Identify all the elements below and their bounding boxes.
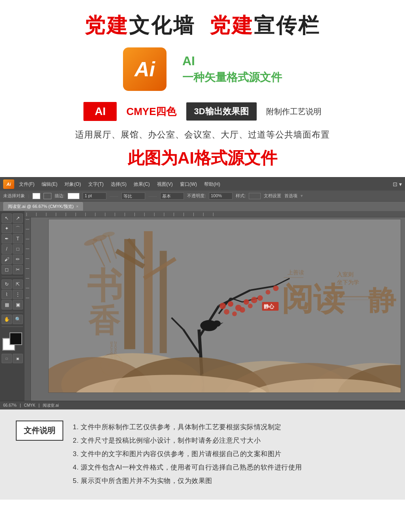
title-black-1: 文化墙 — [129, 14, 195, 37]
ai-description: AI 一种矢量格式源文件 — [182, 54, 282, 85]
menu-edit[interactable]: 编辑(E) — [39, 180, 60, 189]
svg-text:入室则: 入室则 — [337, 272, 354, 277]
note-2: 2. 文件尺寸是投稿比例缩小设计，制作时请务必注意尺寸大小 — [73, 434, 389, 447]
svg-text:静: 静 — [368, 285, 396, 316]
badge-ai: AI — [83, 102, 117, 121]
badge-craft: 附制作工艺说明 — [266, 106, 322, 117]
opacity-value[interactable]: 100% — [209, 192, 233, 200]
stroke-swatch[interactable] — [9, 332, 22, 345]
menu-file[interactable]: 文件(F) — [17, 180, 37, 189]
svg-point-42 — [266, 290, 271, 294]
ai-sublabel: 一种矢量格式源文件 — [182, 71, 282, 83]
ai-tabbar: 阅读室.ai @ 66.67% (CMYK/预览) × — [0, 202, 405, 211]
file-note-badge: 文件说明 — [16, 421, 63, 441]
status-info: 66.67% — [3, 403, 17, 407]
svg-text:静心: 静心 — [264, 304, 274, 309]
status-mode: CMYK — [24, 403, 36, 407]
tool-pen[interactable]: ✒ — [2, 234, 12, 243]
badge-cmye: CMYE四色 — [126, 105, 176, 119]
canvas-area: ↖ ↗ ✦ ⌒ ✒ T / □ 🖌 ✏ ◻ ✂ — [0, 211, 405, 401]
ai-window: Ai 文件(F) 编辑(E) 对象(O) 文字(T) 选择(S) 效果(C) 视… — [0, 177, 405, 409]
status-divider2: | — [38, 403, 40, 407]
title-black-2: 宣传栏 — [254, 14, 320, 37]
menu-text[interactable]: 文字(T) — [86, 180, 106, 189]
menu-effect[interactable]: 效果(C) — [131, 180, 152, 189]
base-label[interactable]: 基本 — [160, 192, 184, 200]
tool-gradient[interactable]: ▣ — [13, 300, 23, 309]
doc-settings[interactable]: 文档设置 — [264, 193, 281, 199]
tool-paintbrush[interactable]: 🖌 — [2, 255, 12, 264]
ai-toolbar: 未选择对象 | 描边: 1 pt —— 等比 —— 基本 不透明度: 100% … — [0, 191, 405, 202]
notes-list: 1. 文件中所标制作工艺仅供参考，具体制作工艺要根据实际情况制定 2. 文件尺寸… — [73, 421, 389, 488]
tool-select[interactable]: ↖ — [2, 213, 12, 223]
ai-info-row: Ai AI 一种矢量格式源文件 — [8, 47, 397, 91]
tab-label: 阅读室.ai @ 66.67% (CMYK/预览) — [8, 204, 74, 209]
svg-text:坐下为学: 坐下为学 — [337, 279, 359, 285]
svg-point-32 — [220, 303, 226, 309]
zoom-label[interactable]: 等比 — [121, 192, 145, 200]
tab-close-icon[interactable]: × — [76, 204, 78, 209]
pt-value[interactable]: 1 pt — [83, 192, 106, 200]
opacity-label: 不透明度: — [187, 193, 206, 199]
status-divider: | — [20, 403, 21, 407]
mode-full[interactable]: ▣ — [13, 354, 23, 363]
menu-window[interactable]: 窗口(W) — [178, 180, 199, 189]
menu-view[interactable]: 视图(V) — [155, 180, 175, 189]
tool-type[interactable]: T — [13, 234, 23, 243]
note-3: 3. 文件中的文字和图片内容仅供参考，图片请根据自己的文案和图片 — [73, 447, 389, 461]
tool-eraser[interactable]: ◻ — [2, 265, 12, 274]
tool-lasso[interactable]: ⌒ — [13, 224, 23, 233]
svg-text:书: 书 — [87, 266, 123, 306]
window-control-icon: ⊡ ▾ — [393, 181, 402, 187]
stroke-label: 描边: — [55, 193, 64, 199]
tool-scale[interactable]: ⇱ — [13, 279, 23, 289]
tool-rotate[interactable]: ↻ — [2, 279, 12, 289]
style-label: 样式: — [236, 193, 246, 199]
menu-select[interactable]: 选择(S) — [108, 180, 129, 189]
svg-point-40 — [248, 304, 253, 308]
svg-text:阅读: 阅读 — [282, 282, 345, 317]
svg-point-39 — [240, 307, 245, 313]
main-title: 党建文化墙 党建宣传栏 — [8, 12, 397, 40]
bottom-section: 文件说明 1. 文件中所标制作工艺仅供参考，具体制作工艺要根据实际情况制定 2.… — [0, 409, 405, 500]
artwork-canvas: 书 香 SHUAXIANG ZHONGGUO 圆 — [48, 219, 401, 393]
status-doc: 阅读室.ai — [43, 403, 59, 408]
svg-point-30 — [213, 321, 221, 327]
status-label: 未选择对象 — [3, 193, 25, 199]
ai-label: AI — [182, 54, 282, 68]
top-section: 党建文化墙 党建宣传栏 Ai AI 一种矢量格式源文件 AI CMYE四色 3D… — [0, 0, 405, 177]
tool-direct-select[interactable]: ↗ — [13, 213, 23, 223]
note-5: 5. 展示页中所含图片并不为实物，仅为效果图 — [73, 474, 389, 488]
tool-warp[interactable]: ⌇ — [2, 290, 12, 299]
svg-text:上善读: 上善读 — [288, 269, 304, 275]
ai-logo-small-text: Ai — [7, 182, 11, 187]
mode-normal[interactable]: □ — [2, 354, 12, 363]
badges-row: AI CMYE四色 3D输出效果图 附制作工艺说明 — [8, 102, 397, 121]
title-red-1: 党建 — [85, 14, 129, 37]
svg-point-43 — [273, 285, 278, 291]
toolbox: ↖ ↗ ✦ ⌒ ✒ T / □ 🖌 ✏ ◻ ✂ — [0, 211, 25, 401]
svg-point-33 — [228, 301, 233, 307]
tool-line[interactable]: / — [2, 244, 12, 254]
menu-help[interactable]: 帮助(H) — [202, 180, 223, 189]
subtitle: 适用展厅、展馆、办公室、会议室、大厅、过道等公共墙面布置 — [8, 129, 397, 141]
svg-point-41 — [257, 295, 263, 301]
main-canvas: | | | | | | | | | | | | | | | | | | | | … — [25, 211, 405, 401]
tool-zoom[interactable]: 🔍 — [13, 315, 23, 324]
ai-menubar: Ai 文件(F) 编辑(E) 对象(O) 文字(T) 选择(S) 效果(C) 视… — [0, 178, 405, 191]
svg-point-38 — [232, 311, 237, 316]
menu-object[interactable]: 对象(O) — [62, 180, 83, 189]
note-4: 4. 源文件包含AI一种文件格式，使用者可自行选择自己熟悉的软件进行使用 — [73, 461, 389, 474]
tool-blend[interactable]: ⋮ — [13, 290, 23, 299]
tool-chart[interactable]: ▦ — [2, 300, 12, 309]
badge-3d: 3D输出效果图 — [186, 102, 257, 121]
tool-rect[interactable]: □ — [13, 244, 23, 254]
preferences[interactable]: 首选项 — [284, 193, 297, 199]
tool-hand[interactable]: ✋ — [2, 315, 12, 324]
tool-scissors[interactable]: ✂ — [13, 265, 23, 274]
file-tab[interactable]: 阅读室.ai @ 66.67% (CMYK/预览) × — [3, 202, 83, 211]
tool-magic-wand[interactable]: ✦ — [2, 224, 12, 233]
ai-logo-small: Ai — [3, 179, 14, 189]
svg-point-37 — [224, 309, 229, 315]
tool-pencil[interactable]: ✏ — [13, 255, 23, 264]
